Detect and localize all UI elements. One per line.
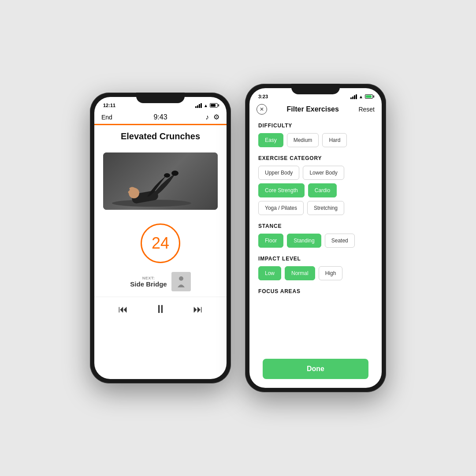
phone-1: 12:11 ▲ End 9:43	[90, 93, 231, 383]
difficulty-title: DIFFICULTY	[258, 123, 373, 129]
next-name: Side Bridge	[130, 280, 167, 288]
svg-point-6	[179, 276, 183, 281]
next-thumb-image	[171, 272, 191, 291]
prev-button[interactable]: ⏮	[118, 304, 128, 315]
phone-2-screen: 3:23 ▲ ✕ Filter Exercises	[249, 88, 382, 388]
exercise-image-area	[94, 146, 227, 216]
stance-section: STANCE Floor Standing Seated	[258, 223, 373, 248]
next-exercise-label: NEXT: Side Bridge	[130, 276, 167, 288]
wifi-icon-2: ▲	[359, 94, 363, 99]
phone-1-time: 12:11	[103, 103, 115, 108]
stance-seated-button[interactable]: Seated	[325, 234, 355, 248]
end-button[interactable]: End	[101, 114, 131, 121]
impact-low-button[interactable]: Low	[258, 266, 281, 280]
phone-2-notch	[291, 84, 340, 94]
exercise-mat	[103, 152, 218, 210]
exercise-category-section: EXERCISE CATEGORY Upper Body Lower Body …	[258, 155, 373, 215]
difficulty-hard-button[interactable]: Hard	[322, 133, 347, 147]
category-cardio-button[interactable]: Cardio	[308, 183, 337, 197]
music-icon[interactable]: ♪	[205, 113, 209, 121]
category-yoga-pilates-button[interactable]: Yoga / Pilates	[258, 201, 304, 215]
difficulty-section: DIFFICULTY Easy Medium Hard	[258, 123, 373, 147]
impact-high-button[interactable]: High	[319, 266, 343, 280]
impact-normal-button[interactable]: Normal	[285, 266, 315, 280]
exercise-category-title: EXERCISE CATEGORY	[258, 155, 373, 161]
phone-1-status-right: ▲	[195, 103, 218, 108]
filter-footer: Done	[254, 354, 377, 388]
timer-area: 24	[94, 216, 227, 270]
workout-header: End 9:43 ♪ ⚙	[94, 111, 227, 124]
done-button[interactable]: Done	[263, 359, 368, 379]
difficulty-buttons: Easy Medium Hard	[258, 133, 373, 147]
next-exercise: NEXT: Side Bridge	[94, 270, 227, 297]
stance-buttons: Floor Standing Seated	[258, 234, 373, 248]
category-core-strength-button[interactable]: Core Strength	[258, 183, 305, 197]
next-button[interactable]: ⏭	[193, 304, 203, 315]
signal-icon	[195, 103, 202, 108]
category-stretching-button[interactable]: Stretching	[307, 201, 344, 215]
focus-areas-section: FOCUS AREAS	[258, 288, 373, 299]
category-lower-body-button[interactable]: Lower Body	[303, 166, 344, 180]
svg-point-3	[164, 173, 170, 178]
workout-controls: ⏮ ⏸ ⏭	[94, 297, 227, 325]
impact-level-section: IMPACT LEVEL Low Normal High	[258, 256, 373, 280]
phone-1-screen: 12:11 ▲ End 9:43	[94, 97, 227, 379]
impact-level-title: IMPACT LEVEL	[258, 256, 373, 262]
timer-circle: 24	[141, 223, 180, 263]
filter-header: ✕ Filter Exercises Reset	[249, 102, 382, 119]
workout-time: 9:43	[131, 113, 190, 121]
filter-content: DIFFICULTY Easy Medium Hard EXERCISE CAT…	[249, 119, 382, 388]
category-upper-body-button[interactable]: Upper Body	[258, 166, 299, 180]
settings-icon[interactable]: ⚙	[213, 113, 219, 121]
focus-areas-title: FOCUS AREAS	[258, 288, 373, 294]
difficulty-medium-button[interactable]: Medium	[287, 133, 319, 147]
phone-1-notch	[136, 93, 185, 103]
impact-level-buttons: Low Normal High	[258, 266, 373, 280]
svg-rect-5	[171, 272, 191, 291]
reset-button[interactable]: Reset	[358, 106, 375, 113]
stance-standing-button[interactable]: Standing	[287, 234, 321, 248]
wifi-icon: ▲	[204, 103, 208, 108]
exercise-title: Elevated Crunches	[94, 125, 227, 146]
phone-2-time: 3:23	[258, 94, 268, 99]
signal-icon-2	[350, 94, 357, 99]
svg-point-2	[171, 171, 178, 176]
phone-2: 3:23 ▲ ✕ Filter Exercises	[245, 84, 386, 392]
filter-title: Filter Exercises	[267, 105, 358, 113]
next-text: NEXT:	[130, 276, 167, 280]
scene: 12:11 ▲ End 9:43	[0, 0, 476, 476]
timer-value: 24	[152, 234, 169, 253]
difficulty-easy-button[interactable]: Easy	[258, 133, 283, 147]
battery-icon	[210, 103, 218, 108]
exercise-figure	[108, 161, 196, 210]
next-exercise-thumb	[171, 272, 191, 291]
phone-2-status-right: ▲	[350, 94, 373, 99]
stance-floor-button[interactable]: Floor	[258, 234, 283, 248]
stance-title: STANCE	[258, 223, 373, 229]
close-button[interactable]: ✕	[257, 104, 267, 115]
battery-icon-2	[365, 94, 373, 99]
workout-header-controls: ♪ ⚙	[190, 113, 219, 121]
exercise-category-buttons: Upper Body Lower Body Core Strength Card…	[258, 166, 373, 215]
pause-button[interactable]: ⏸	[155, 302, 166, 316]
